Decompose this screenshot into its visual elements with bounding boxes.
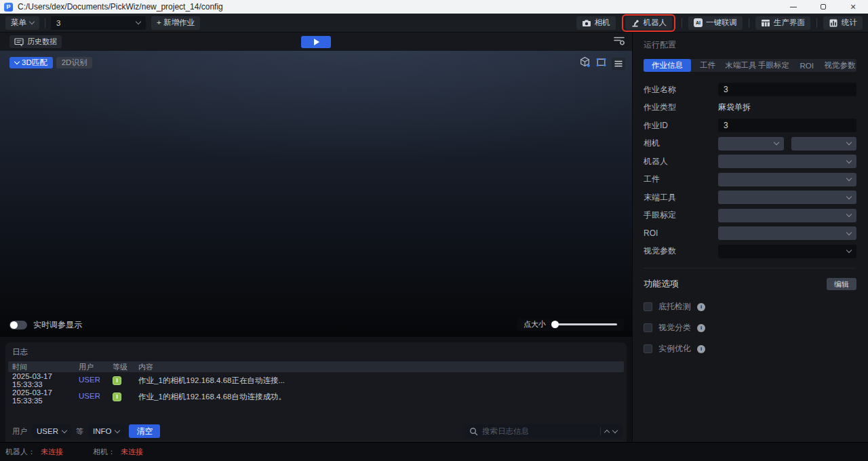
camera-button[interactable]: 相机 xyxy=(576,16,616,30)
point-size-slider[interactable] xyxy=(552,323,617,325)
view-box-icon xyxy=(595,56,607,68)
roi-select[interactable] xyxy=(718,226,856,240)
log-row[interactable]: 2025-03-17 15:33:33 USER I 作业_1的相机192.16… xyxy=(8,372,624,388)
log-panel: 日志 时间 用户 等级 内容 2025-03-17 15:33:33 USER … xyxy=(5,342,627,442)
camera-select-1[interactable] xyxy=(718,137,784,151)
one-key-debug-button[interactable]: AI 一键联调 xyxy=(688,16,743,30)
camera-row: 相机 xyxy=(644,137,856,151)
search-next-button[interactable] xyxy=(612,427,618,433)
log-search-input[interactable] xyxy=(482,427,596,435)
robot-status-value: 未连接 xyxy=(41,447,63,457)
vision-classify-checkbox[interactable] xyxy=(644,323,652,332)
close-button[interactable]: × xyxy=(838,0,868,14)
realtime-toggle-group: 实时调参显示 xyxy=(9,319,82,331)
info-icon[interactable]: i xyxy=(697,345,705,353)
hand-eye-select[interactable] xyxy=(718,209,856,222)
camera-icon xyxy=(582,18,591,28)
roi-row: ROI xyxy=(644,226,856,240)
hand-eye-row: 手眼标定 xyxy=(644,209,856,222)
job-name-input[interactable] xyxy=(718,83,856,96)
reset-view-button[interactable] xyxy=(579,56,591,71)
maximize-button[interactable] xyxy=(808,0,838,14)
job-select[interactable]: 3 xyxy=(51,16,146,30)
robot-select[interactable] xyxy=(718,155,856,168)
toolbar-right-group: 相机 机器人 AI 一键联调 生产界面 统计 xyxy=(576,14,863,32)
tab-job-info[interactable]: 作业信息 xyxy=(644,59,691,72)
instance-optimize-checkbox[interactable] xyxy=(644,344,652,353)
tab-hand-eye[interactable]: 手眼标定 xyxy=(757,60,791,71)
filter-user-select[interactable]: USER xyxy=(32,424,71,438)
viewport-tools xyxy=(579,56,625,71)
grid-icon xyxy=(761,18,770,28)
restore-icon xyxy=(821,4,826,9)
vision-params-select[interactable] xyxy=(718,245,856,258)
run-config-title: 运行配置 xyxy=(644,38,856,59)
window-title-path: C:/Users/dex/Documents/PickWiz/new_proje… xyxy=(18,2,223,12)
log-content: 作业_1的相机192.168.4.68自动连接成功。 xyxy=(138,392,624,402)
robot-button[interactable]: 机器人 xyxy=(625,16,673,30)
chevron-down-icon xyxy=(846,140,852,145)
production-ui-label: 生产界面 xyxy=(774,18,805,28)
tab-roi[interactable]: ROI xyxy=(790,62,823,70)
view-toolbar: 历史数据 xyxy=(0,33,632,51)
statistics-button[interactable]: 统计 xyxy=(823,16,863,30)
log-col-content: 内容 xyxy=(138,362,624,372)
robot-highlight-box: 机器人 xyxy=(622,14,676,32)
camera-status-label: 相机： xyxy=(93,447,115,457)
view-orientation-button[interactable] xyxy=(595,56,607,71)
viewport-menu-button[interactable] xyxy=(612,58,625,70)
info-icon[interactable]: i xyxy=(697,303,705,311)
realtime-params-toggle[interactable] xyxy=(9,321,27,329)
workpiece-select[interactable] xyxy=(718,173,856,186)
history-data-icon xyxy=(14,37,24,47)
run-button[interactable] xyxy=(301,36,331,48)
log-filter-bar: 用户 USER 等 INFO 清空 xyxy=(5,424,627,439)
clear-log-button[interactable]: 清空 xyxy=(129,424,160,438)
job-type-label: 作业类型 xyxy=(644,102,718,113)
search-divider xyxy=(600,427,601,435)
production-ui-button[interactable]: 生产界面 xyxy=(755,16,810,30)
toolbar-divider xyxy=(749,18,749,28)
new-job-button[interactable]: + 新增作业 xyxy=(151,16,200,30)
features-title: 功能选项 xyxy=(644,278,679,290)
chevron-down-icon xyxy=(846,229,852,235)
tab-end-tool[interactable]: 末端工具 xyxy=(724,60,757,71)
run-settings-button[interactable] xyxy=(613,35,625,49)
config-tabs: 作业信息 工件 末端工具 手眼标定 ROI 视觉参数 xyxy=(644,59,856,72)
log-row[interactable]: 2025-03-17 15:33:35 USER I 作业_1的相机192.16… xyxy=(8,388,624,405)
status-bar: 机器人： 未连接 相机： 未连接 xyxy=(0,442,868,461)
slider-handle[interactable] xyxy=(551,321,559,328)
tab-2d-recognition[interactable]: 2D识别 xyxy=(56,57,93,68)
search-prev-button[interactable] xyxy=(604,429,610,435)
edit-features-button[interactable]: 编辑 xyxy=(827,278,856,290)
tab-vision-params[interactable]: 视觉参数 xyxy=(823,60,856,71)
log-level-badge: I xyxy=(113,376,121,385)
hamburger-icon xyxy=(614,60,623,67)
info-icon[interactable]: i xyxy=(697,324,705,332)
history-data-button[interactable]: 历史数据 xyxy=(9,35,62,48)
camera-select-2[interactable] xyxy=(791,137,857,151)
camera-label: 相机 xyxy=(595,18,610,28)
vision-params-field-label: 视觉参数 xyxy=(644,245,718,257)
filter-level-select[interactable]: INFO xyxy=(88,424,124,438)
list-settings-icon xyxy=(613,35,625,46)
main-toolbar: 菜单 3 + 新增作业 相机 机器人 AI 一键联调 生产界面 xyxy=(0,14,868,33)
main-area: 历史数据 3D匹配 2D识别 xyxy=(0,33,868,442)
menu-button[interactable]: 菜单 xyxy=(5,16,39,30)
play-icon xyxy=(314,39,319,45)
end-tool-select[interactable] xyxy=(718,191,856,204)
left-column: 历史数据 3D匹配 2D识别 xyxy=(0,33,632,442)
end-tool-field-label: 末端工具 xyxy=(644,192,718,203)
search-icon xyxy=(469,427,478,436)
filter-user-label: 用户 xyxy=(12,426,27,437)
tab-3d-match[interactable]: 3D匹配 xyxy=(9,57,53,68)
log-title: 日志 xyxy=(5,346,627,361)
chevron-down-icon xyxy=(846,212,852,217)
tab-3d-match-label: 3D匹配 xyxy=(22,58,47,68)
job-id-input[interactable] xyxy=(718,119,856,132)
tab-workpiece[interactable]: 工件 xyxy=(691,60,724,71)
pallet-detect-checkbox[interactable] xyxy=(644,302,652,311)
minimize-button[interactable] xyxy=(778,0,808,14)
3d-viewport[interactable]: 3D匹配 2D识别 实时调参显示 xyxy=(0,51,632,337)
feature-row-vision-classify: 视觉分类 i xyxy=(644,322,856,334)
